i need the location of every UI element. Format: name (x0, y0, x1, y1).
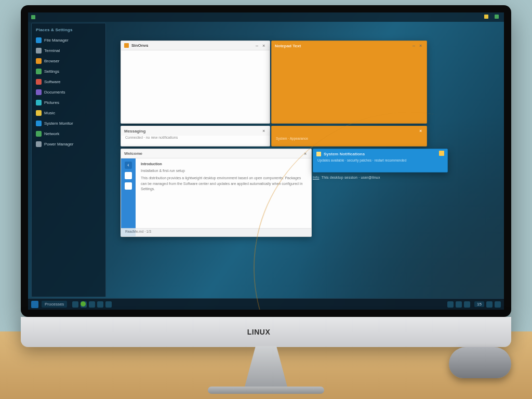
taskbar-clock[interactable]: 15 (474, 301, 484, 307)
window-app[interactable]: SinOnvs – × Release: The New Session (121, 41, 270, 124)
menu-label: System Monitor (44, 121, 73, 126)
taskbar-app-icon[interactable] (89, 301, 95, 308)
menu-item[interactable]: File Manager (34, 36, 103, 45)
content-heading: Introduction (141, 162, 306, 167)
start-button[interactable] (31, 301, 38, 308)
monitor-chin: LINUX (21, 317, 511, 347)
badge-icon (439, 151, 444, 156)
close-button[interactable]: × (304, 152, 308, 156)
welcome-content: Introduction Installation & first-run se… (136, 158, 311, 227)
titlebar[interactable]: SinOnvs – × (121, 41, 270, 50)
window-statusbar: ReadMe.md · 1/3 (121, 228, 311, 236)
window-subtitle: Connected · no new notifications (121, 136, 270, 142)
bell-icon (316, 152, 321, 156)
menu-label: Settings (44, 69, 59, 74)
status-dot-icon[interactable] (81, 301, 86, 307)
desktop-screen[interactable]: Places & Settings File Manager Terminal … (28, 12, 504, 310)
back-icon[interactable]: ‹ (125, 162, 132, 169)
menu-label: Documents (44, 90, 65, 95)
window-title: SinOnvs (131, 43, 148, 48)
tray-icon[interactable] (447, 301, 454, 308)
mouse (449, 347, 511, 378)
info-label: Info (313, 176, 319, 179)
menu-item[interactable]: Terminal (34, 46, 103, 55)
page-icon[interactable] (125, 172, 132, 179)
window-title: Notepad Text (275, 44, 301, 48)
monitor-foot (208, 387, 324, 394)
taskbar: Processes 15 (28, 298, 504, 310)
taskbar-task[interactable]: Processes (42, 301, 67, 308)
menu-item[interactable]: Documents (34, 88, 103, 97)
window-messaging[interactable]: Messaging × Connected · no new notificat… (121, 126, 270, 147)
window-body (121, 50, 270, 57)
window-title: Welcome (124, 151, 142, 156)
music-icon (36, 110, 42, 116)
menu-label: File Manager (44, 38, 69, 43)
activities-icon[interactable] (31, 15, 35, 19)
window-notes[interactable]: Notepad Text – × (271, 41, 427, 124)
monitor-stand (240, 346, 292, 389)
top-panel (28, 12, 504, 22)
titlebar[interactable]: Notepad Text – × (272, 41, 427, 50)
notification-banner[interactable]: System Notifications Updates available ·… (313, 149, 448, 172)
menu-item[interactable]: Browser (34, 57, 103, 65)
tray-icon[interactable] (486, 301, 493, 308)
app-icon (124, 43, 129, 48)
menu-label: Pictures (44, 100, 59, 105)
menu-item[interactable]: Power Manager (34, 140, 103, 149)
close-button[interactable]: × (419, 129, 423, 133)
menu-label: Music (44, 111, 55, 115)
titlebar[interactable]: Messaging × (121, 126, 270, 136)
menu-item[interactable]: Software (34, 77, 103, 86)
banner-title: System Notifications (324, 152, 365, 156)
wifi-icon (36, 131, 42, 137)
page-icon[interactable] (125, 182, 132, 190)
titlebar[interactable]: × (272, 126, 427, 136)
taskbar-app-icon[interactable] (72, 301, 78, 308)
network-icon[interactable] (495, 15, 499, 19)
taskbar-app-icon[interactable] (97, 301, 103, 308)
terminal-icon (36, 48, 42, 54)
close-button[interactable]: × (419, 44, 423, 48)
menu-label: Terminal (44, 48, 60, 53)
banner-body: Updates available · security patches · r… (313, 158, 447, 164)
image-icon (36, 100, 42, 105)
window-title: Messaging (124, 129, 145, 134)
window-welcome[interactable]: Welcome × ‹ Introduction Installation & … (121, 149, 312, 237)
package-icon (36, 79, 42, 85)
monitor-brand: LINUX (247, 328, 271, 336)
menu-label: Software (44, 79, 61, 84)
menu-item[interactable]: Music (34, 109, 103, 117)
minimize-button[interactable]: – (413, 44, 417, 48)
gear-icon (36, 69, 42, 74)
tray-icon[interactable] (464, 301, 470, 308)
minimize-button[interactable]: – (256, 44, 260, 48)
document-icon (36, 89, 42, 95)
menu-item[interactable]: Pictures (34, 98, 103, 107)
start-panel: Places & Settings File Manager Terminal … (31, 23, 106, 297)
menu-item[interactable]: Settings (34, 67, 103, 76)
start-header: Places & Settings (34, 26, 103, 34)
titlebar[interactable]: Welcome × (121, 149, 311, 158)
welcome-sidebar: ‹ (121, 158, 136, 236)
window-settings-tile[interactable]: × System · Appearance (271, 126, 427, 147)
close-button[interactable]: × (262, 129, 267, 133)
close-button[interactable]: × (262, 44, 267, 48)
tray-icon[interactable] (456, 301, 462, 308)
menu-label: Network (44, 131, 59, 136)
folder-icon (36, 37, 42, 43)
menu-label: Power Manager (44, 142, 73, 147)
notification-icon[interactable] (484, 15, 488, 19)
monitor-icon (36, 121, 42, 126)
browser-icon (36, 58, 42, 64)
desktop-infoline: Info This desktop session · user@linux (313, 176, 380, 179)
menu-item[interactable]: Network (34, 129, 103, 138)
monitor-bezel: Places & Settings File Manager Terminal … (21, 5, 511, 317)
tray-icon[interactable] (495, 301, 501, 308)
taskbar-app-icon[interactable] (105, 301, 112, 308)
titlebar: System Notifications (313, 149, 447, 158)
menu-item[interactable]: System Monitor (34, 119, 103, 128)
window-subtitle: System · Appearance (272, 136, 427, 141)
top-tray (481, 15, 501, 20)
info-text: This desktop session · user@linux (322, 176, 380, 179)
